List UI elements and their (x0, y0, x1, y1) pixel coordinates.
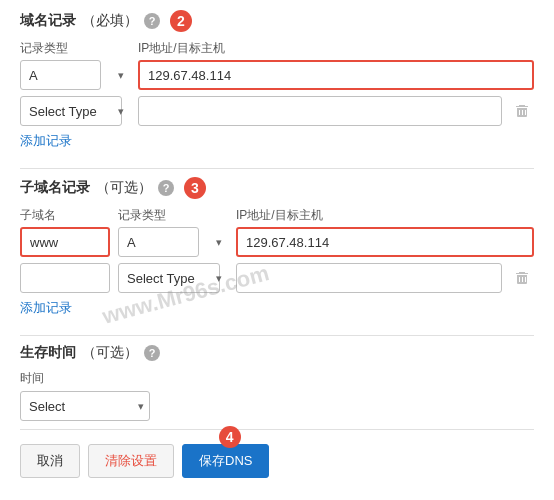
subdomain-input-1[interactable] (20, 227, 110, 257)
step-4-badge: 4 (219, 426, 241, 448)
domain-records-section: 域名记录 （必填） ? 2 记录类型 IP地址/目标主机 A AAAA CNAM… (20, 10, 534, 160)
step-3-badge: 3 (184, 177, 206, 199)
subdomain-type-select-1[interactable]: A AAAA CNAME MX TXT (118, 227, 199, 257)
subdomain-record-type-label: 记录类型 (118, 208, 166, 222)
subdomain-records-labels: 子域名 记录类型 IP地址/目标主机 (20, 207, 534, 224)
delete-domain-row-2-button[interactable] (510, 103, 534, 119)
delete-subdomain-row-2-button[interactable] (510, 270, 534, 286)
cancel-button[interactable]: 取消 (20, 444, 80, 478)
ip-label: IP地址/目标主机 (138, 41, 225, 55)
ip-input-1[interactable] (138, 60, 534, 90)
domain-records-title: 域名记录 （必填） ? 2 (20, 10, 534, 32)
domain-record-row-1: A AAAA CNAME MX TXT (20, 60, 534, 90)
record-type-label: 记录类型 (20, 41, 68, 55)
save-dns-button[interactable]: 保存DNS (182, 444, 269, 478)
bottom-buttons: 取消 清除设置 保存DNS 4 (20, 444, 534, 478)
add-domain-record-link[interactable]: 添加记录 (20, 132, 72, 150)
domain-records-help-icon[interactable]: ? (144, 13, 160, 29)
ttl-section: 生存时间 （可选） ? 时间 Select 300 600 900 1800 3… (20, 344, 534, 421)
subdomain-records-title: 子域名记录 （可选） ? 3 (20, 177, 534, 199)
ttl-help-icon[interactable]: ? (144, 345, 160, 361)
record-type-select-2[interactable]: Select Type A AAAA CNAME MX TXT (20, 96, 122, 126)
subdomain-input-2[interactable] (20, 263, 110, 293)
time-label: 时间 (20, 371, 44, 385)
domain-record-row-2: Select Type A AAAA CNAME MX TXT (20, 96, 534, 126)
subdomain-record-row-1: A AAAA CNAME MX TXT (20, 227, 534, 257)
step-2-badge: 2 (170, 10, 192, 32)
clear-button[interactable]: 清除设置 (88, 444, 174, 478)
subdomain-ip-label: IP地址/目标主机 (236, 208, 323, 222)
subdomain-record-row-2: Select Type A AAAA CNAME MX TXT (20, 263, 534, 293)
ip-input-2[interactable] (138, 96, 502, 126)
ttl-title: 生存时间 （可选） ? (20, 344, 534, 362)
add-subdomain-record-link[interactable]: 添加记录 (20, 299, 72, 317)
subdomain-ip-input-2[interactable] (236, 263, 502, 293)
subdomain-type-select-2[interactable]: Select Type A AAAA CNAME MX TXT (118, 263, 220, 293)
subdomain-records-section: 子域名记录 （可选） ? 3 子域名 记录类型 IP地址/目标主机 A AAAA (20, 177, 534, 327)
record-type-select-1[interactable]: A AAAA CNAME MX TXT (20, 60, 101, 90)
subdomain-label: 子域名 (20, 208, 56, 222)
ttl-select[interactable]: Select 300 600 900 1800 3600 7200 14400 … (20, 391, 150, 421)
subdomain-records-help-icon[interactable]: ? (158, 180, 174, 196)
ttl-form-row: Select 300 600 900 1800 3600 7200 14400 … (20, 391, 534, 421)
subdomain-ip-input-1[interactable] (236, 227, 534, 257)
domain-records-labels: 记录类型 IP地址/目标主机 (20, 40, 534, 57)
